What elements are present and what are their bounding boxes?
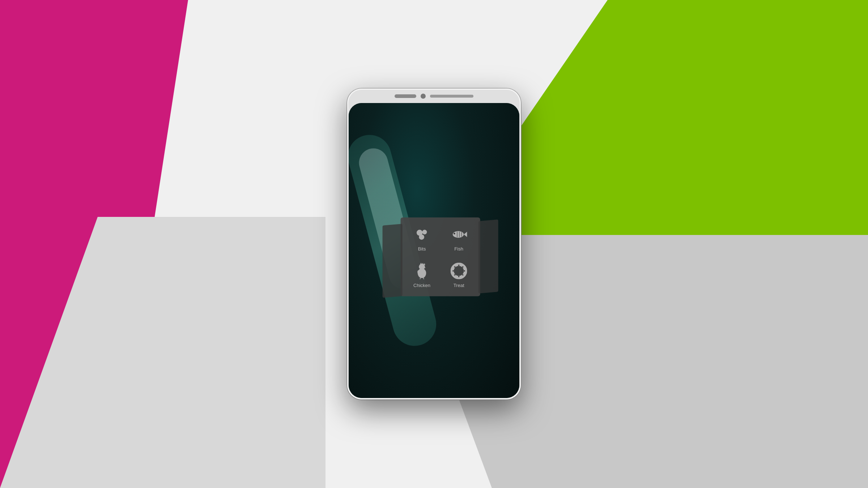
svg-point-23 (464, 270, 465, 272)
svg-line-15 (424, 278, 424, 279)
treat-icon (450, 262, 468, 280)
svg-marker-4 (464, 232, 467, 237)
fish-label: Fish (454, 246, 463, 252)
svg-point-25 (458, 276, 460, 277)
svg-marker-12 (424, 267, 426, 268)
phone-camera (421, 94, 426, 99)
phone-screen: Bits (349, 103, 519, 398)
chicken-label: Chicken (413, 283, 430, 288)
svg-point-28 (454, 266, 456, 268)
svg-point-27 (452, 270, 454, 272)
menu-item-fish[interactable]: Fish (441, 221, 477, 256)
phone-top-bar (395, 94, 473, 99)
svg-point-5 (454, 233, 455, 235)
menu-item-chicken[interactable]: Chicken (404, 257, 440, 292)
bits-label: Bits (418, 246, 426, 252)
chicken-icon (413, 262, 431, 280)
treat-label: Treat (454, 283, 464, 288)
svg-point-1 (422, 230, 427, 235)
menu-item-bits[interactable]: Bits (404, 221, 440, 256)
svg-line-14 (420, 278, 421, 279)
svg-point-24 (462, 274, 464, 276)
svg-point-26 (454, 274, 456, 276)
svg-point-21 (458, 265, 460, 266)
fish-icon (450, 225, 468, 243)
svg-marker-11 (420, 262, 425, 265)
bits-icon (413, 225, 431, 243)
svg-point-22 (462, 266, 464, 268)
phone-microphone (430, 95, 473, 98)
phone-frame: Bits (347, 89, 521, 399)
menu-item-treat[interactable]: Treat (441, 257, 477, 292)
svg-point-2 (419, 234, 424, 240)
phone-speaker (395, 94, 416, 98)
svg-point-20 (452, 264, 465, 278)
context-menu: Bits (401, 217, 480, 296)
